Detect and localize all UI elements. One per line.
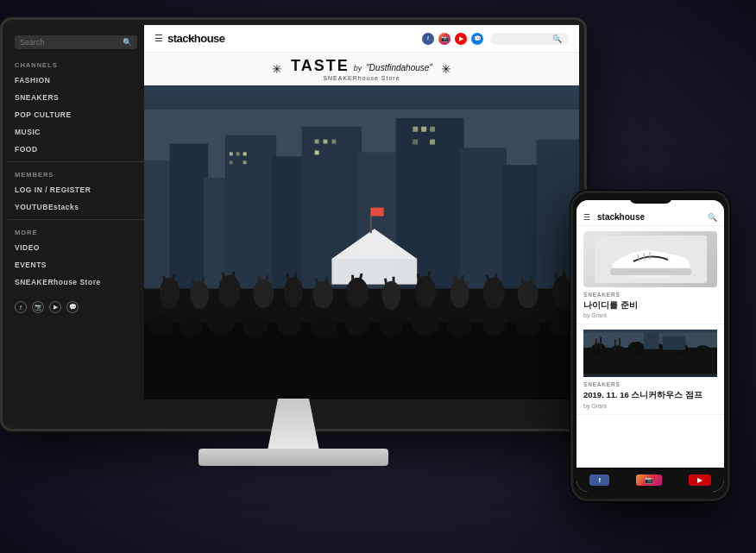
phone-search-icon[interactable]: 🔍 — [708, 213, 717, 222]
search-icon: 🔍 — [123, 38, 132, 47]
svg-point-52 — [382, 281, 401, 311]
banner-sub: SNEAKERhouse Store — [323, 75, 400, 81]
nav-right: f 📷 ▶ 💬 🔍 — [422, 33, 569, 45]
phone-hamburger-icon[interactable]: ☰ — [583, 213, 590, 222]
nav-messenger-icon[interactable]: 💬 — [471, 33, 483, 45]
sidebar-item-sneakerhouse[interactable]: SNEAKERhouse Store — [8, 273, 144, 291]
hamburger-icon[interactable]: ☰ — [154, 33, 163, 44]
phone-instagram-icon: 📷 — [645, 476, 653, 484]
phone-instagram-btn[interactable]: 📷 — [636, 474, 662, 486]
site-logo[interactable]: stackhouse — [167, 32, 225, 45]
banner-title: TASTE — [291, 57, 350, 75]
svg-rect-98 — [595, 339, 597, 350]
youtube-icon[interactable]: ▶ — [49, 301, 61, 313]
sidebar-item-video[interactable]: VIDEO — [8, 239, 144, 256]
star-right-icon: ✳ — [441, 62, 451, 76]
svg-rect-103 — [663, 336, 685, 350]
svg-rect-102 — [644, 333, 659, 349]
sidebar-social: f 📷 ▶ 💬 — [8, 294, 144, 320]
svg-point-76 — [310, 317, 337, 336]
sidebar-item-food[interactable]: FOOD — [8, 141, 144, 158]
chat-icon[interactable]: 💬 — [66, 301, 79, 313]
article-2-title: 2019. 11. 16 스니커하우스 점프 — [583, 390, 717, 400]
svg-rect-20 — [315, 150, 319, 154]
svg-point-73 — [207, 312, 235, 335]
svg-rect-29 — [371, 208, 384, 217]
phone-content: SNEAKERS 나이디를 준비 by Grant — [576, 226, 724, 468]
svg-rect-13 — [236, 152, 240, 155]
svg-point-92 — [591, 343, 607, 355]
sidebar-divider-2 — [8, 219, 144, 220]
nav-search-input[interactable] — [497, 35, 549, 43]
svg-rect-99 — [600, 337, 602, 350]
article-2-image — [583, 330, 717, 377]
main-content: ☰ stackhouse f 📷 ▶ 💬 — [144, 25, 579, 424]
phone-logo-text: stackhouse — [597, 212, 645, 222]
svg-point-77 — [344, 311, 370, 336]
sidebar-item-login[interactable]: LOG IN / REGISTER — [8, 181, 144, 198]
phone-facebook-icon: f — [598, 476, 601, 484]
article-1-title: 나이디를 준비 — [583, 300, 717, 311]
star-left-icon: ✳ — [272, 62, 282, 76]
nav-facebook-icon[interactable]: f — [422, 33, 434, 45]
svg-rect-50 — [351, 275, 354, 294]
more-label: MORE — [8, 223, 144, 239]
article-2-category: SNEAKERS — [583, 381, 717, 387]
sidebar-item-pop-culture[interactable]: POP CULTURE — [8, 106, 144, 123]
svg-point-82 — [515, 316, 541, 336]
sidebar-item-fashion[interactable]: FASHION — [8, 72, 144, 89]
sidebar-item-youtube[interactable]: YOUTUBEstacks — [8, 198, 144, 216]
svg-point-55 — [415, 276, 436, 309]
banner-by: by — [354, 64, 362, 72]
instagram-icon[interactable]: 📷 — [32, 301, 44, 313]
svg-rect-21 — [413, 127, 418, 132]
monitor-screen: 🔍 CHANNELS FASHION SNEAKERS POP CULTURE … — [8, 25, 579, 424]
svg-rect-100 — [614, 340, 616, 352]
sidebar-item-music[interactable]: MUSIC — [8, 123, 144, 141]
banner-center: TASTE by "Dustfindahouse" SNEAKERhouse S… — [291, 57, 432, 81]
svg-rect-15 — [230, 160, 233, 164]
phone-frame: ☰ stackhouse 🔍 — [570, 191, 730, 501]
svg-point-81 — [482, 311, 506, 336]
svg-rect-59 — [454, 277, 457, 295]
sidebar-item-events[interactable]: EVENTS — [8, 256, 144, 273]
svg-point-34 — [190, 282, 209, 310]
sidebar-divider-1 — [8, 161, 144, 162]
phone-top-nav: ☰ stackhouse 🔍 — [576, 200, 724, 226]
svg-point-79 — [412, 313, 439, 336]
sidebar-search-input[interactable] — [20, 38, 123, 47]
sidebar-item-sneakers[interactable]: SNEAKERS — [8, 89, 144, 106]
svg-rect-27 — [331, 259, 417, 285]
scene: 🔍 CHANNELS FASHION SNEAKERS POP CULTURE … — [0, 0, 756, 553]
article-1-category: SNEAKERS — [583, 292, 717, 298]
sidebar: 🔍 CHANNELS FASHION SNEAKERS POP CULTURE … — [8, 25, 144, 424]
svg-point-43 — [284, 277, 303, 308]
phone-logo: ☰ stackhouse — [583, 212, 645, 222]
phone-facebook-btn[interactable]: f — [589, 474, 609, 486]
article-1-image — [583, 231, 717, 287]
svg-rect-24 — [413, 140, 418, 145]
svg-point-94 — [628, 342, 645, 355]
svg-rect-22 — [421, 127, 426, 132]
nav-search-icon: 🔍 — [552, 35, 562, 43]
svg-rect-54 — [393, 277, 395, 297]
svg-rect-17 — [315, 140, 319, 144]
nav-youtube-icon[interactable]: ▶ — [455, 33, 467, 45]
svg-rect-25 — [430, 140, 435, 145]
nav-instagram-icon[interactable]: 📷 — [438, 33, 450, 45]
sidebar-search[interactable]: 🔍 — [15, 35, 137, 49]
facebook-icon[interactable]: f — [15, 301, 27, 313]
svg-point-97 — [696, 346, 711, 356]
svg-point-49 — [346, 278, 369, 309]
svg-rect-41 — [257, 277, 260, 295]
svg-rect-45 — [294, 273, 297, 291]
phone-youtube-icon: ▶ — [697, 476, 702, 484]
crowd-svg — [583, 330, 717, 377]
phone-youtube-btn[interactable]: ▶ — [689, 474, 711, 486]
article-1-author: by Grant — [583, 312, 717, 318]
nav-search[interactable]: 🔍 — [490, 33, 569, 45]
svg-rect-63 — [495, 273, 497, 294]
svg-point-61 — [482, 278, 505, 309]
svg-rect-18 — [324, 140, 328, 144]
svg-rect-14 — [243, 152, 247, 155]
